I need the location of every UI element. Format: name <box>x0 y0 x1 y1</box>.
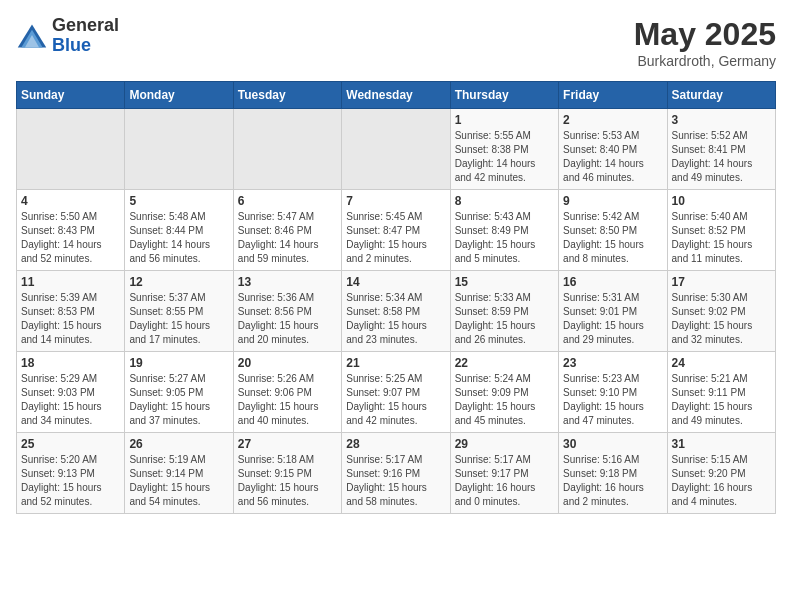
day-number: 17 <box>672 275 771 289</box>
day-info: Sunrise: 5:30 AM Sunset: 9:02 PM Dayligh… <box>672 291 771 347</box>
calendar-cell: 18Sunrise: 5:29 AM Sunset: 9:03 PM Dayli… <box>17 352 125 433</box>
day-info: Sunrise: 5:29 AM Sunset: 9:03 PM Dayligh… <box>21 372 120 428</box>
day-info: Sunrise: 5:39 AM Sunset: 8:53 PM Dayligh… <box>21 291 120 347</box>
calendar-cell: 16Sunrise: 5:31 AM Sunset: 9:01 PM Dayli… <box>559 271 667 352</box>
calendar-cell: 17Sunrise: 5:30 AM Sunset: 9:02 PM Dayli… <box>667 271 775 352</box>
day-info: Sunrise: 5:16 AM Sunset: 9:18 PM Dayligh… <box>563 453 662 509</box>
day-number: 4 <box>21 194 120 208</box>
day-info: Sunrise: 5:53 AM Sunset: 8:40 PM Dayligh… <box>563 129 662 185</box>
day-info: Sunrise: 5:34 AM Sunset: 8:58 PM Dayligh… <box>346 291 445 347</box>
page-header: General Blue May 2025 Burkardroth, Germa… <box>16 16 776 69</box>
calendar-week-row: 1Sunrise: 5:55 AM Sunset: 8:38 PM Daylig… <box>17 109 776 190</box>
day-number: 22 <box>455 356 554 370</box>
day-info: Sunrise: 5:43 AM Sunset: 8:49 PM Dayligh… <box>455 210 554 266</box>
logo-blue: Blue <box>52 36 119 56</box>
day-info: Sunrise: 5:37 AM Sunset: 8:55 PM Dayligh… <box>129 291 228 347</box>
day-info: Sunrise: 5:45 AM Sunset: 8:47 PM Dayligh… <box>346 210 445 266</box>
day-info: Sunrise: 5:52 AM Sunset: 8:41 PM Dayligh… <box>672 129 771 185</box>
calendar-cell <box>233 109 341 190</box>
calendar-cell <box>17 109 125 190</box>
day-info: Sunrise: 5:48 AM Sunset: 8:44 PM Dayligh… <box>129 210 228 266</box>
day-number: 5 <box>129 194 228 208</box>
logo-text: General Blue <box>52 16 119 56</box>
day-info: Sunrise: 5:50 AM Sunset: 8:43 PM Dayligh… <box>21 210 120 266</box>
day-info: Sunrise: 5:24 AM Sunset: 9:09 PM Dayligh… <box>455 372 554 428</box>
calendar-cell <box>342 109 450 190</box>
day-info: Sunrise: 5:17 AM Sunset: 9:17 PM Dayligh… <box>455 453 554 509</box>
calendar-cell: 27Sunrise: 5:18 AM Sunset: 9:15 PM Dayli… <box>233 433 341 514</box>
day-number: 19 <box>129 356 228 370</box>
day-number: 31 <box>672 437 771 451</box>
weekday-header: Wednesday <box>342 82 450 109</box>
weekday-header: Thursday <box>450 82 558 109</box>
calendar-cell: 15Sunrise: 5:33 AM Sunset: 8:59 PM Dayli… <box>450 271 558 352</box>
day-number: 28 <box>346 437 445 451</box>
calendar-cell: 24Sunrise: 5:21 AM Sunset: 9:11 PM Dayli… <box>667 352 775 433</box>
weekday-header: Tuesday <box>233 82 341 109</box>
calendar-cell: 20Sunrise: 5:26 AM Sunset: 9:06 PM Dayli… <box>233 352 341 433</box>
calendar-cell: 3Sunrise: 5:52 AM Sunset: 8:41 PM Daylig… <box>667 109 775 190</box>
day-info: Sunrise: 5:20 AM Sunset: 9:13 PM Dayligh… <box>21 453 120 509</box>
weekday-header: Sunday <box>17 82 125 109</box>
day-number: 1 <box>455 113 554 127</box>
day-info: Sunrise: 5:19 AM Sunset: 9:14 PM Dayligh… <box>129 453 228 509</box>
day-number: 11 <box>21 275 120 289</box>
calendar-week-row: 25Sunrise: 5:20 AM Sunset: 9:13 PM Dayli… <box>17 433 776 514</box>
calendar-cell: 8Sunrise: 5:43 AM Sunset: 8:49 PM Daylig… <box>450 190 558 271</box>
day-number: 10 <box>672 194 771 208</box>
month-title: May 2025 <box>634 16 776 53</box>
day-number: 12 <box>129 275 228 289</box>
day-info: Sunrise: 5:26 AM Sunset: 9:06 PM Dayligh… <box>238 372 337 428</box>
day-number: 9 <box>563 194 662 208</box>
day-number: 30 <box>563 437 662 451</box>
weekday-header: Saturday <box>667 82 775 109</box>
day-info: Sunrise: 5:23 AM Sunset: 9:10 PM Dayligh… <box>563 372 662 428</box>
weekday-header: Monday <box>125 82 233 109</box>
calendar-cell: 6Sunrise: 5:47 AM Sunset: 8:46 PM Daylig… <box>233 190 341 271</box>
day-info: Sunrise: 5:47 AM Sunset: 8:46 PM Dayligh… <box>238 210 337 266</box>
calendar-table: SundayMondayTuesdayWednesdayThursdayFrid… <box>16 81 776 514</box>
day-number: 2 <box>563 113 662 127</box>
day-info: Sunrise: 5:33 AM Sunset: 8:59 PM Dayligh… <box>455 291 554 347</box>
day-number: 16 <box>563 275 662 289</box>
calendar-cell: 9Sunrise: 5:42 AM Sunset: 8:50 PM Daylig… <box>559 190 667 271</box>
day-info: Sunrise: 5:31 AM Sunset: 9:01 PM Dayligh… <box>563 291 662 347</box>
calendar-cell: 25Sunrise: 5:20 AM Sunset: 9:13 PM Dayli… <box>17 433 125 514</box>
calendar-cell: 29Sunrise: 5:17 AM Sunset: 9:17 PM Dayli… <box>450 433 558 514</box>
calendar-cell: 26Sunrise: 5:19 AM Sunset: 9:14 PM Dayli… <box>125 433 233 514</box>
logo-general: General <box>52 16 119 36</box>
day-number: 21 <box>346 356 445 370</box>
calendar-cell: 4Sunrise: 5:50 AM Sunset: 8:43 PM Daylig… <box>17 190 125 271</box>
calendar-cell: 30Sunrise: 5:16 AM Sunset: 9:18 PM Dayli… <box>559 433 667 514</box>
day-number: 25 <box>21 437 120 451</box>
weekday-header-row: SundayMondayTuesdayWednesdayThursdayFrid… <box>17 82 776 109</box>
calendar-cell: 2Sunrise: 5:53 AM Sunset: 8:40 PM Daylig… <box>559 109 667 190</box>
calendar-cell: 7Sunrise: 5:45 AM Sunset: 8:47 PM Daylig… <box>342 190 450 271</box>
day-info: Sunrise: 5:21 AM Sunset: 9:11 PM Dayligh… <box>672 372 771 428</box>
calendar-week-row: 11Sunrise: 5:39 AM Sunset: 8:53 PM Dayli… <box>17 271 776 352</box>
title-area: May 2025 Burkardroth, Germany <box>634 16 776 69</box>
day-info: Sunrise: 5:15 AM Sunset: 9:20 PM Dayligh… <box>672 453 771 509</box>
day-number: 18 <box>21 356 120 370</box>
day-number: 24 <box>672 356 771 370</box>
day-info: Sunrise: 5:25 AM Sunset: 9:07 PM Dayligh… <box>346 372 445 428</box>
calendar-cell: 22Sunrise: 5:24 AM Sunset: 9:09 PM Dayli… <box>450 352 558 433</box>
day-number: 13 <box>238 275 337 289</box>
day-number: 3 <box>672 113 771 127</box>
calendar-cell: 12Sunrise: 5:37 AM Sunset: 8:55 PM Dayli… <box>125 271 233 352</box>
day-number: 15 <box>455 275 554 289</box>
day-info: Sunrise: 5:40 AM Sunset: 8:52 PM Dayligh… <box>672 210 771 266</box>
day-number: 29 <box>455 437 554 451</box>
day-number: 8 <box>455 194 554 208</box>
calendar-cell <box>125 109 233 190</box>
day-info: Sunrise: 5:55 AM Sunset: 8:38 PM Dayligh… <box>455 129 554 185</box>
calendar-week-row: 18Sunrise: 5:29 AM Sunset: 9:03 PM Dayli… <box>17 352 776 433</box>
day-number: 27 <box>238 437 337 451</box>
calendar-cell: 14Sunrise: 5:34 AM Sunset: 8:58 PM Dayli… <box>342 271 450 352</box>
calendar-cell: 11Sunrise: 5:39 AM Sunset: 8:53 PM Dayli… <box>17 271 125 352</box>
day-info: Sunrise: 5:18 AM Sunset: 9:15 PM Dayligh… <box>238 453 337 509</box>
day-info: Sunrise: 5:27 AM Sunset: 9:05 PM Dayligh… <box>129 372 228 428</box>
calendar-cell: 28Sunrise: 5:17 AM Sunset: 9:16 PM Dayli… <box>342 433 450 514</box>
day-number: 14 <box>346 275 445 289</box>
day-number: 26 <box>129 437 228 451</box>
